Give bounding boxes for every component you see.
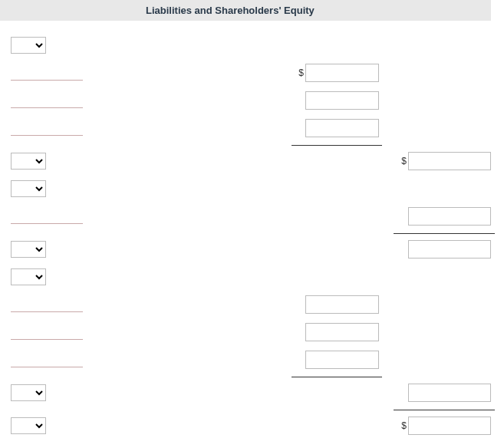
subtotal-rule-4 bbox=[394, 410, 495, 410]
section-header-liabilities-equity: Liabilities and Shareholders' Equity bbox=[0, 0, 491, 21]
form-viewport: Liabilities and Shareholders' Equity $ bbox=[0, 0, 504, 438]
amount-input-3[interactable] bbox=[305, 91, 379, 110]
row-6 bbox=[0, 178, 504, 199]
currency-symbol-14: $ bbox=[397, 420, 408, 431]
label-input-4[interactable] bbox=[11, 120, 83, 136]
currency-symbol-2: $ bbox=[295, 68, 305, 78]
category-select-14[interactable] bbox=[11, 417, 46, 434]
row-3 bbox=[0, 90, 504, 111]
currency-symbol-5: $ bbox=[397, 156, 408, 166]
category-select-5[interactable] bbox=[11, 153, 46, 170]
label-input-11[interactable] bbox=[11, 324, 83, 340]
amount-input-10[interactable] bbox=[305, 295, 379, 314]
total-input-13[interactable] bbox=[408, 384, 491, 402]
total-input-7[interactable] bbox=[408, 207, 491, 226]
subtotal-rule-3 bbox=[292, 377, 382, 377]
amount-input-4[interactable] bbox=[305, 119, 379, 137]
section-title: Liabilities and Shareholders' Equity bbox=[146, 5, 315, 16]
total-input-8[interactable] bbox=[408, 240, 491, 259]
label-input-12[interactable] bbox=[11, 352, 83, 367]
row-9 bbox=[0, 266, 504, 288]
subtotal-rule-2 bbox=[394, 233, 495, 234]
row-4 bbox=[0, 117, 504, 139]
row-13 bbox=[0, 382, 504, 403]
row-12 bbox=[0, 349, 504, 370]
total-input-5[interactable] bbox=[408, 152, 491, 170]
row-10 bbox=[0, 294, 504, 315]
row-14: $ bbox=[0, 415, 504, 436]
amount-input-11[interactable] bbox=[305, 323, 379, 341]
row-7 bbox=[0, 206, 504, 227]
label-input-2[interactable] bbox=[11, 65, 83, 81]
amount-input-2[interactable] bbox=[305, 64, 379, 82]
category-select-9[interactable] bbox=[11, 268, 46, 285]
row-8 bbox=[0, 239, 504, 260]
row-2: $ bbox=[0, 62, 504, 84]
total-input-14[interactable] bbox=[408, 417, 491, 435]
label-input-7[interactable] bbox=[11, 209, 83, 224]
row-1 bbox=[0, 35, 504, 56]
category-select-13[interactable] bbox=[11, 384, 46, 401]
label-input-10[interactable] bbox=[11, 297, 83, 312]
category-select-6[interactable] bbox=[11, 180, 46, 197]
form-content: Liabilities and Shareholders' Equity $ bbox=[0, 0, 504, 438]
label-input-3[interactable] bbox=[11, 93, 83, 108]
amount-input-12[interactable] bbox=[305, 351, 379, 369]
category-select-1[interactable] bbox=[11, 37, 46, 54]
category-select-8[interactable] bbox=[11, 241, 46, 258]
row-11 bbox=[0, 321, 504, 343]
subtotal-rule-1 bbox=[292, 145, 382, 146]
row-5: $ bbox=[0, 150, 504, 172]
